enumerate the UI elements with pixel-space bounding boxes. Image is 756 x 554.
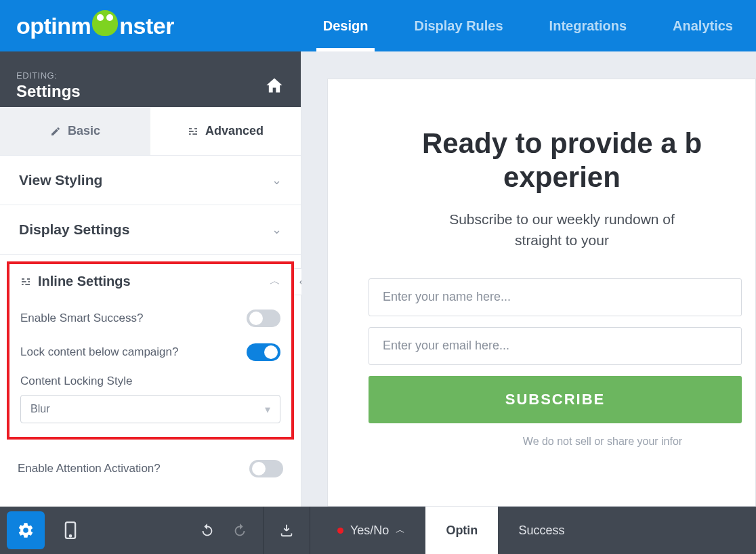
lock-content-toggle[interactable] (247, 343, 280, 361)
view-yesno[interactable]: Yes/No ︿ (317, 507, 425, 554)
view-optin[interactable]: Optin (425, 507, 498, 554)
redo-button[interactable] (224, 523, 256, 538)
subtab-basic[interactable]: Basic (0, 107, 150, 155)
setting-attention-activation: Enable Attention Activation? (18, 452, 283, 486)
subtabs: Basic Advanced (0, 107, 301, 156)
view-success-label: Success (518, 524, 564, 538)
nav-tab-design[interactable]: Design (300, 0, 392, 51)
nav-tab-display-rules[interactable]: Display Rules (391, 0, 526, 51)
sidebar: EDITING: Settings Basic Advanced View St… (0, 51, 301, 507)
svg-point-1 (70, 535, 71, 536)
view-yesno-label: Yes/No (350, 524, 389, 538)
chevron-down-icon: ⌄ (272, 222, 282, 237)
subscribe-button[interactable]: SUBSCRIBE (369, 376, 742, 423)
nav-tab-integrations[interactable]: Integrations (526, 0, 650, 51)
inline-settings-title: Inline Settings (38, 274, 131, 289)
section-display-settings-title: Display Settings (19, 221, 129, 238)
pencil-icon (50, 126, 61, 137)
download-button[interactable] (270, 523, 303, 538)
redo-icon (232, 523, 247, 538)
preview-card: Ready to provide a b experien Subscribe … (327, 79, 756, 507)
status-dot-icon (337, 528, 343, 534)
preview-sub-line2: straight to your (369, 230, 755, 251)
subtab-advanced-label: Advanced (205, 124, 264, 138)
setting-lock-content: Lock content below campaign? (20, 335, 280, 369)
locking-style-label: Content Locking Style (20, 369, 280, 395)
preview-title-line2: experien (369, 161, 755, 194)
brand-logo: optinm nster (16, 13, 174, 39)
chevron-up-icon: ︿ (396, 524, 405, 536)
chevron-down-icon: ⌄ (272, 173, 282, 188)
section-inline-settings[interactable]: Inline Settings ︿ (20, 274, 280, 301)
sliders-icon (188, 126, 198, 137)
editing-title: Settings (16, 82, 81, 101)
download-icon (279, 523, 294, 538)
brand-text-right: nster (119, 13, 174, 39)
preview-disclaimer: We do not sell or share your infor (369, 435, 755, 448)
preview-canvas: Ready to provide a b experien Subscribe … (301, 51, 756, 507)
undo-icon (200, 523, 215, 538)
section-view-styling-title: View Styling (19, 172, 102, 188)
preview-sub-line1: Subscribe to our weekly rundown of (369, 209, 755, 230)
monster-icon (92, 10, 118, 36)
preview-name-input[interactable]: Enter your name here... (369, 278, 742, 316)
smart-success-toggle[interactable] (247, 310, 280, 327)
editing-label: EDITING: (16, 70, 81, 81)
sliders-icon (20, 276, 31, 287)
brand-text-left: optinm (16, 13, 91, 39)
settings-gear-button[interactable] (7, 511, 45, 549)
locking-style-value: Blur (30, 403, 49, 415)
chevron-up-icon: ︿ (270, 274, 280, 289)
nav-tabs: Design Display Rules Integrations Analyt… (300, 0, 756, 51)
home-icon[interactable] (264, 76, 285, 95)
locking-style-select[interactable]: Blur ▾ (20, 395, 280, 423)
preview-title-line1: Ready to provide a b (369, 127, 755, 161)
attention-toggle[interactable] (249, 460, 283, 477)
mobile-preview-button[interactable] (51, 511, 89, 549)
preview-email-input[interactable]: Enter your email here... (369, 327, 742, 365)
section-display-settings[interactable]: Display Settings ⌄ (0, 205, 301, 255)
nav-tab-analytics[interactable]: Analytics (650, 0, 756, 51)
gear-icon (17, 521, 35, 539)
subtab-advanced[interactable]: Advanced (150, 107, 301, 155)
sidebar-header: EDITING: Settings (0, 51, 301, 107)
subtab-basic-label: Basic (68, 124, 100, 138)
view-success[interactable]: Success (498, 507, 585, 554)
lock-content-label: Lock content below campaign? (20, 345, 178, 359)
top-nav: optinm nster Design Display Rules Integr… (0, 0, 756, 51)
smart-success-label: Enable Smart Success? (20, 312, 143, 325)
caret-down-icon: ▾ (265, 403, 270, 416)
view-optin-label: Optin (446, 524, 478, 538)
inline-settings-highlight: Inline Settings ︿ Enable Smart Success? … (7, 261, 294, 440)
attention-label: Enable Attention Activation? (18, 462, 161, 475)
section-view-styling[interactable]: View Styling ⌄ (0, 156, 301, 205)
mobile-icon (64, 521, 77, 539)
undo-button[interactable] (191, 523, 224, 538)
setting-smart-success: Enable Smart Success? (20, 301, 280, 335)
bottom-bar: Yes/No ︿ Optin Success (0, 507, 756, 554)
